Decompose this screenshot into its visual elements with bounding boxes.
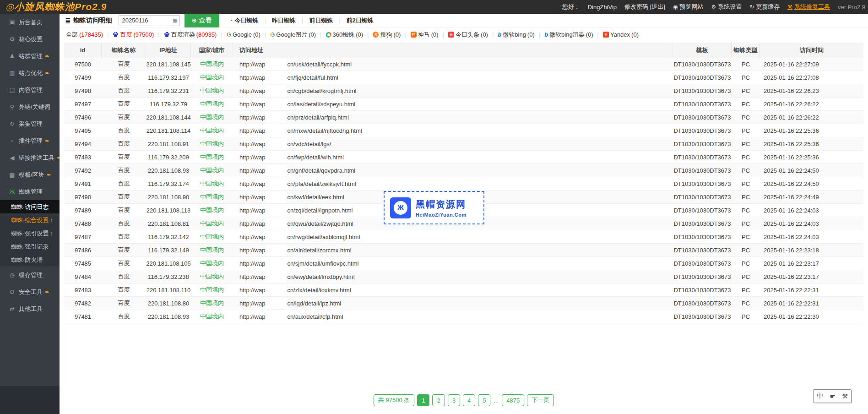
sidebar-item-spider[interactable]: Ж蜘蛛管理	[0, 183, 60, 200]
filter-baidu-render[interactable]: 百度渲染(80935)	[164, 31, 217, 39]
sidebar-item-collect[interactable]: ↻采集管理	[0, 115, 60, 132]
sidebar-item-label: 采集管理	[19, 120, 43, 128]
tools-icon[interactable]: ⚒	[842, 392, 848, 400]
next-page-button[interactable]: 下一页	[527, 394, 554, 406]
filter-all[interactable]: 全部(178435)	[66, 31, 103, 39]
cell-template: DT1030/1030DT3673	[673, 124, 732, 137]
separator: |	[443, 31, 444, 38]
hand-icon[interactable]: ☛	[830, 392, 835, 400]
cell-region: 中国境内	[191, 217, 233, 230]
filter-google[interactable]: GGoogle(0)	[227, 31, 260, 38]
cell-ip: 116.179.32.142	[146, 230, 191, 243]
url-prefix: http://wap	[239, 234, 265, 240]
filter-360-spider[interactable]: 360蜘蛛(0)	[326, 31, 363, 39]
update-cache-link[interactable]: ↻ 更新缓存	[749, 3, 780, 11]
separator: |	[221, 31, 222, 38]
quick-link-1[interactable]: 昨日蜘蛛	[272, 16, 296, 25]
filter-count: (0)	[309, 31, 316, 38]
repair-tool-link[interactable]: ⚒ 系统修复工具	[787, 3, 830, 11]
cell-ip: 220.181.108.93	[146, 164, 191, 177]
preview-site-link[interactable]: ◉ 预览网站	[673, 3, 703, 11]
shenma-icon: 神	[411, 32, 417, 38]
page-button-3[interactable]: 3	[448, 394, 460, 406]
cell-ip: 116.179.32.238	[146, 270, 191, 283]
cell-url: http://wapcn/zlx/detail/ioxkmv.html	[233, 283, 673, 296]
sidebar-item-core-settings[interactable]: ⚙核心设置	[0, 31, 60, 48]
sidebar-item-plugins[interactable]: ♆插件管理✒	[0, 132, 60, 149]
greeting: 您好：	[562, 3, 580, 11]
sidebar-item-cache[interactable]: ◷缓存管理	[0, 267, 60, 283]
sidebar-item-links-keywords[interactable]: ⚲外链/关键词	[0, 98, 60, 115]
cell-template: DT1030/1030DT3673	[673, 111, 732, 124]
cell-ip: 116.179.32.209	[146, 151, 191, 163]
url-suffix: cn/qwu/detail/zwjtqo.html	[287, 220, 353, 227]
yandex-icon: Y	[603, 32, 609, 38]
cell-region: 中国境内	[191, 230, 233, 243]
filter-google-image[interactable]: GGoogle图片(0)	[270, 31, 316, 39]
sidebar-item-home[interactable]: ▣后台首页	[0, 14, 60, 31]
page-button-5[interactable]: 5	[478, 394, 490, 406]
sidebar-item-site-optimize[interactable]: ▥站点优化✒	[0, 65, 60, 82]
sidebar-item-spider-force-log[interactable]: 蜘蛛·强引记录	[0, 240, 60, 253]
change-password-link[interactable]: 修改密码 [退出]	[624, 3, 665, 11]
separator: |	[158, 31, 159, 38]
page-button-2[interactable]: 2	[432, 394, 445, 406]
date-input[interactable]	[119, 15, 180, 26]
view-button[interactable]: ⊕ 查看	[184, 14, 219, 27]
filter-yandex[interactable]: YYandex(0)	[603, 31, 639, 38]
url-prefix: http://wap	[239, 114, 265, 121]
sidebar-item-spider-settings[interactable]: 蜘蛛·综合设置↑	[0, 213, 60, 227]
username: DingZhiVip	[588, 4, 617, 11]
page-button-1[interactable]: 1	[417, 394, 429, 406]
url-prefix: http://wap	[239, 287, 265, 294]
cell-url: http://wapcn/gnf/detail/qovpdra.html	[233, 164, 673, 177]
sidebar-item-templates[interactable]: ▦模板/区块✒	[0, 166, 60, 183]
sidebar-item-spider-log[interactable]: 蜘蛛·访问日志	[0, 200, 60, 213]
cell-id: 97491	[64, 177, 102, 190]
quick-link-2[interactable]: 前日蜘蛛	[309, 16, 333, 25]
filter-shenma[interactable]: 神神马(0)	[411, 31, 439, 39]
cell-spider-name: 百度	[102, 124, 146, 137]
sidebar-item-label: 蜘蛛·强引设置	[11, 229, 49, 238]
cell-spider-name: 百度	[102, 137, 146, 150]
filter-bing-render[interactable]: b微软bing渲染(0)	[544, 31, 593, 39]
quick-link-0[interactable]: ◔今日蜘蛛	[229, 16, 259, 25]
page-button-last[interactable]: 4875	[502, 394, 524, 406]
sidebar-item-other-tools[interactable]: ⇄其他工具	[0, 300, 60, 317]
preview-site-label: 预览网站	[679, 3, 703, 11]
url-suffix: cn/cgb/detail/krogtmfj.html	[287, 87, 356, 94]
user-icon: ♟	[9, 53, 16, 60]
url-prefix: http://wap	[239, 220, 265, 227]
filter-bing[interactable]: b微软bing(0)	[498, 31, 534, 39]
sidebar-item-site-group[interactable]: ♟站群管理✒	[0, 48, 60, 65]
quick-link-label: 前日蜘蛛	[309, 16, 333, 25]
quick-link-3[interactable]: 前2日蜘蛛	[347, 16, 374, 25]
sidebar-item-spider-firewall[interactable]: 蜘蛛·防火墙	[0, 253, 60, 267]
filter-sogou[interactable]: S搜狗(0)	[373, 31, 401, 39]
cell-spider-name: 百度	[102, 191, 146, 203]
redaction-box	[266, 191, 287, 203]
url-suffix: cn/gnf/detail/qovpdra.html	[287, 167, 355, 174]
cell-id: 97497	[64, 98, 102, 110]
filter-count: (0)	[481, 31, 488, 38]
cell-time: 2025-01-16 22:26:22	[760, 111, 863, 124]
url-prefix: http://wap	[239, 260, 265, 267]
sidebar-item-security[interactable]: Ω安全工具✒	[0, 283, 60, 300]
ime-toolbar[interactable]: 中 ☛ ⚒	[813, 389, 852, 403]
sidebar-item-link-push[interactable]: ◀链接推送工具✒	[0, 149, 60, 166]
url-suffix: cn/sjm/detail/umfiovpc.html	[287, 260, 358, 267]
filter-toutiao[interactable]: 头今日头条(0)	[448, 31, 488, 39]
cell-id: 97487	[64, 230, 102, 243]
sidebar-item-content[interactable]: ▤内容管理	[0, 82, 60, 98]
sidebar-item-spider-force-settings[interactable]: 蜘蛛·强引设置↑	[0, 227, 60, 240]
filter-baidu[interactable]: 百度(97500)	[113, 31, 154, 39]
pin-icon: ✒	[47, 172, 51, 178]
page-button-4[interactable]: 4	[463, 394, 475, 406]
ime-lang-indicator[interactable]: 中	[817, 392, 823, 400]
system-settings-link[interactable]: ⚙ 系统设置	[711, 3, 742, 11]
cell-id: 97500	[64, 58, 102, 71]
cell-spider-type: PC	[732, 124, 760, 137]
url-prefix: http://wap	[239, 273, 265, 280]
cell-time: 2025-01-16 22:23:17	[760, 270, 863, 283]
sidebar-item-label: 蜘蛛·强引记录	[11, 243, 49, 251]
